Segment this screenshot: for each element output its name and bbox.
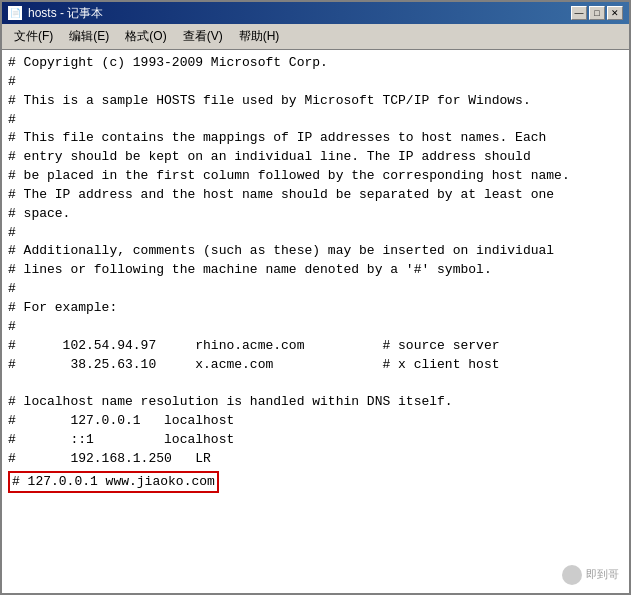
watermark-text: 即到哥: [586, 567, 619, 583]
app-icon: 📄: [8, 6, 22, 20]
title-bar: 📄 hosts - 记事本 — □ ✕: [2, 2, 629, 24]
menu-edit[interactable]: 编辑(E): [61, 26, 117, 47]
menu-bar: 文件(F) 编辑(E) 格式(O) 查看(V) 帮助(H): [2, 24, 629, 50]
text-content-area[interactable]: # Copyright (c) 1993-2009 Microsoft Corp…: [2, 50, 629, 593]
watermark: 即到哥: [562, 565, 619, 585]
minimize-button[interactable]: —: [571, 6, 587, 20]
window-title: hosts - 记事本: [28, 5, 103, 22]
menu-format[interactable]: 格式(O): [117, 26, 174, 47]
highlighted-entry: # 127.0.0.1 www.jiaoko.com: [8, 471, 219, 494]
notepad-window: 📄 hosts - 记事本 — □ ✕ 文件(F) 编辑(E) 格式(O) 查看…: [0, 0, 631, 595]
highlighted-line-wrapper: # 127.0.0.1 www.jiaoko.com: [8, 471, 623, 494]
hosts-file-text: # Copyright (c) 1993-2009 Microsoft Corp…: [8, 54, 623, 469]
title-bar-buttons[interactable]: — □ ✕: [571, 6, 623, 20]
menu-view[interactable]: 查看(V): [175, 26, 231, 47]
maximize-button[interactable]: □: [589, 6, 605, 20]
title-bar-left: 📄 hosts - 记事本: [8, 5, 103, 22]
close-button[interactable]: ✕: [607, 6, 623, 20]
menu-file[interactable]: 文件(F): [6, 26, 61, 47]
menu-help[interactable]: 帮助(H): [231, 26, 288, 47]
watermark-icon: [562, 565, 582, 585]
